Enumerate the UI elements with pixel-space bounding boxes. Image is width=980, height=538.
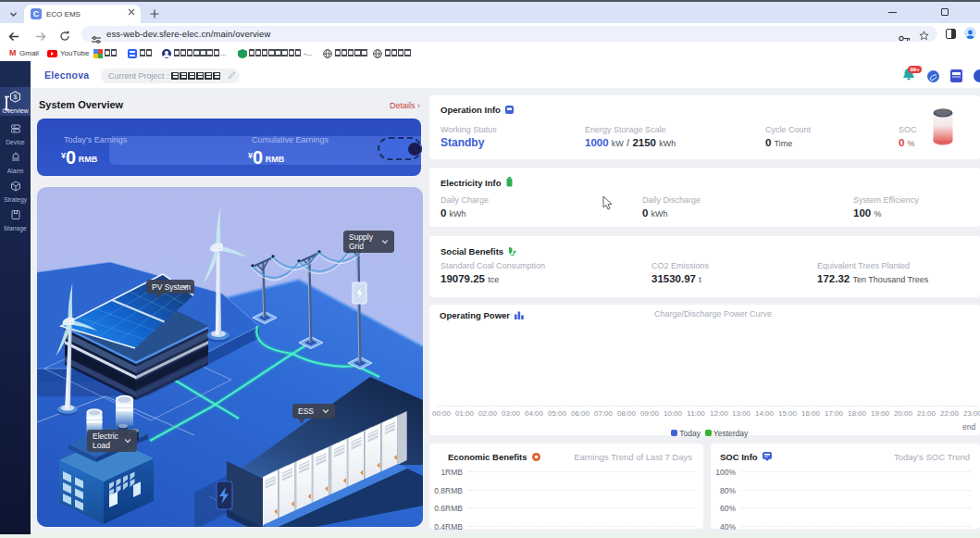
svg-text:Load: Load [93, 441, 110, 450]
svg-text:$: $ [13, 93, 17, 101]
svg-text:Grid: Grid [349, 242, 364, 251]
svg-text:PV System: PV System [152, 282, 191, 292]
svg-text:Supply: Supply [349, 232, 374, 242]
svg-text:Electric: Electric [93, 432, 119, 441]
svg-text:ESS: ESS [298, 407, 314, 416]
